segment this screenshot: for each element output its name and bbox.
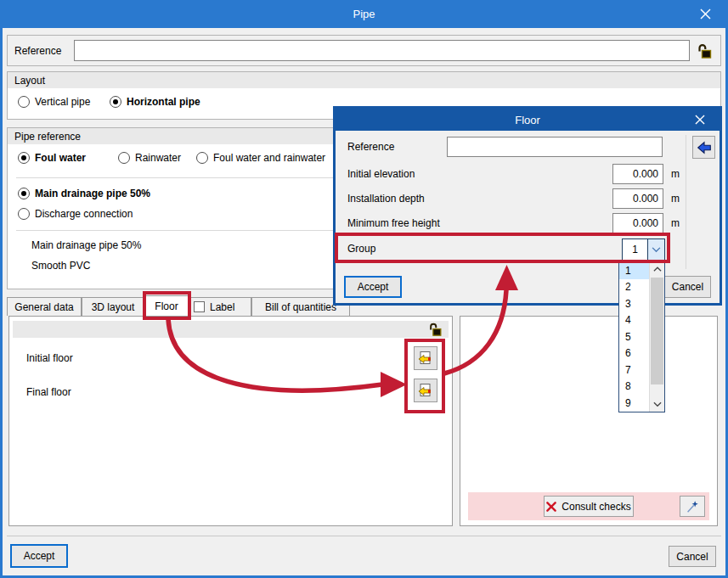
dropdown-option-4[interactable]: 4 (619, 312, 649, 329)
radio-vertical-pipe[interactable]: Vertical pipe (18, 96, 90, 108)
radio-icon (196, 152, 208, 164)
unit-label: m (671, 217, 688, 229)
chevron-down-icon (653, 401, 662, 407)
dropdown-option-3[interactable]: 3 (619, 295, 649, 312)
label-checkbox[interactable] (194, 301, 205, 312)
back-button[interactable] (692, 136, 715, 159)
radio-horizontal-pipe[interactable]: Horizontal pipe (110, 96, 200, 108)
reference-row: Reference (7, 35, 721, 66)
radio-icon (18, 188, 30, 199)
radio-discharge-connection[interactable]: Discharge connection (18, 208, 133, 220)
checks-strip: Consult checks (468, 492, 709, 520)
red-x-icon (546, 502, 556, 512)
group-dropdown-list: 1 2 3 4 5 6 7 8 9 (618, 261, 665, 412)
open-lock-icon (697, 42, 714, 59)
dropdown-option-5[interactable]: 5 (619, 328, 649, 345)
tab-3d-layout[interactable]: 3D layout (82, 297, 144, 316)
initial-floor-pick-button[interactable] (414, 346, 437, 370)
chevron-down-icon (652, 247, 661, 253)
accept-label: Accept (358, 281, 389, 293)
group-value: 1 (623, 239, 647, 260)
radio-label: Discharge connection (35, 208, 133, 220)
select-floor-icon (417, 382, 434, 399)
dropdown-scrollbar[interactable] (649, 262, 664, 412)
scroll-down-button[interactable] (650, 397, 664, 412)
summary-line-2: Smooth PVC (31, 260, 90, 272)
initial-elevation-input[interactable] (612, 164, 663, 184)
tab-general-data[interactable]: General data (7, 297, 82, 316)
floor-title: Floor (515, 114, 540, 126)
floor-close-button[interactable] (687, 109, 713, 131)
chevron-up-icon (653, 267, 662, 272)
tab-label: 3D layout (92, 301, 135, 313)
pipe-reference-group-title: Pipe reference (14, 131, 81, 143)
scrollbar-thumb[interactable] (651, 278, 663, 384)
group-dropdown-button[interactable] (647, 239, 664, 260)
main-accept-button[interactable]: Accept (10, 544, 68, 568)
close-icon (700, 8, 711, 20)
floor-cancel-button[interactable]: Cancel (664, 276, 711, 298)
auto-fix-button[interactable] (680, 496, 705, 517)
floor-accept-button[interactable]: Accept (344, 276, 402, 298)
installation-depth-label: Installation depth (347, 193, 425, 205)
dropdown-option-9[interactable]: 9 (619, 395, 649, 412)
floor-titlebar[interactable]: Floor (336, 109, 720, 131)
pipe-dialog: Pipe Reference Layout Vertical pipe (0, 0, 728, 578)
main-close-button[interactable] (691, 0, 720, 28)
radio-foul-water[interactable]: Foul water (18, 152, 86, 164)
consult-checks-button[interactable]: Consult checks (544, 496, 634, 517)
tab-label-tab[interactable]: Label (189, 297, 251, 316)
radio-label: Vertical pipe (35, 96, 90, 108)
dropdown-option-2[interactable]: 2 (619, 279, 649, 296)
blue-back-arrow-icon (696, 139, 713, 156)
dropdown-option-8[interactable]: 8 (619, 379, 649, 396)
summary-line-1: Main drainage pipe 50% (31, 239, 141, 251)
radio-icon (18, 152, 30, 164)
scroll-up-button[interactable] (650, 262, 664, 277)
radio-label: Rainwater (135, 152, 181, 164)
tab-strip: General data 3D layout Floor Label Bill … (7, 296, 350, 316)
bottom-separator (7, 536, 721, 536)
consult-checks-label: Consult checks (562, 501, 630, 513)
radio-icon (18, 208, 30, 220)
cancel-label: Cancel (672, 281, 703, 293)
final-floor-pick-button[interactable] (414, 379, 437, 402)
floor-tab-panel: Initial floor Final floor (8, 316, 453, 526)
dropdown-option-1[interactable]: 1 (619, 262, 649, 279)
layout-group-title: Layout (14, 75, 45, 87)
open-lock-icon (428, 322, 443, 337)
wand-icon (685, 499, 700, 514)
tab-label: General data (14, 301, 73, 313)
group-combobox[interactable]: 1 (622, 238, 665, 261)
radio-foul-and-rainwater[interactable]: Foul water and rainwater (196, 152, 325, 164)
radio-icon (18, 96, 30, 108)
select-floor-icon (417, 350, 434, 367)
floor-panel-header (13, 321, 449, 338)
initial-floor-label: Initial floor (26, 352, 73, 364)
radio-label: Horizontal pipe (127, 96, 200, 108)
tab-floor[interactable]: Floor (144, 295, 189, 316)
group-label: Group (347, 243, 375, 255)
main-titlebar[interactable]: Pipe (0, 0, 728, 28)
dropdown-option-6[interactable]: 6 (619, 345, 649, 362)
reference-label: Reference (14, 45, 67, 57)
tab-label: Floor (155, 300, 178, 312)
radio-main-drainage-pipe[interactable]: Main drainage pipe 50% (18, 188, 150, 199)
tab-label: Label (210, 301, 234, 313)
installation-depth-input[interactable] (612, 188, 663, 209)
final-floor-label: Final floor (26, 386, 71, 398)
radio-label: Main drainage pipe 50% (35, 188, 150, 199)
dropdown-option-7[interactable]: 7 (619, 362, 649, 379)
close-icon (695, 115, 705, 125)
reference-input[interactable] (74, 40, 690, 61)
minimum-free-height-input[interactable] (612, 213, 663, 233)
tab-label: Bill of quantities (265, 301, 336, 313)
main-title: Pipe (353, 8, 375, 20)
unit-label: m (671, 168, 688, 180)
accept-label: Accept (24, 550, 55, 562)
radio-label: Foul water (35, 152, 86, 164)
radio-rainwater[interactable]: Rainwater (118, 152, 181, 164)
unit-label: m (671, 193, 688, 205)
main-cancel-button[interactable]: Cancel (669, 546, 716, 567)
floor-reference-input[interactable] (447, 137, 663, 157)
